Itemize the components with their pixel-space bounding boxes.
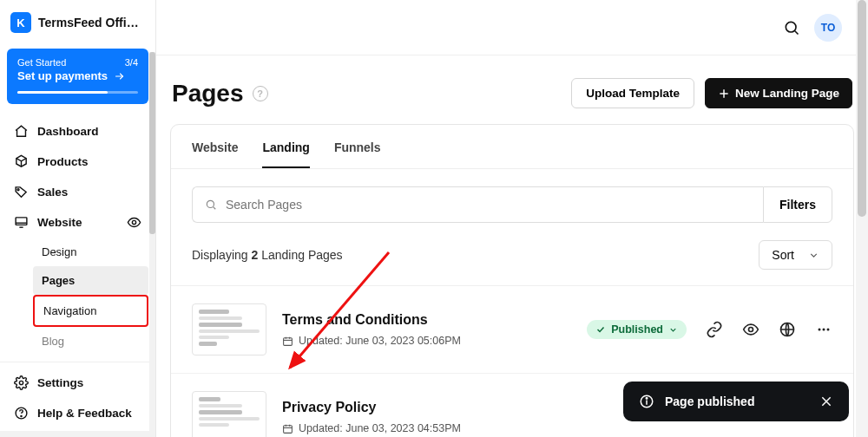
sidebar-scrollbar[interactable] <box>149 52 155 437</box>
subnav-item-pages[interactable]: Pages <box>33 266 148 295</box>
brand[interactable]: K TermsFeed Office... <box>0 0 155 45</box>
help-icon <box>14 406 29 421</box>
page-header: Pages ? Upload Template New Landing Page <box>170 73 854 124</box>
primary-nav: Dashboard Products Sales Website Design … <box>0 113 155 359</box>
sidebar-item-products[interactable]: Products <box>7 147 148 177</box>
sidebar-footer: Settings Help & Feedback <box>0 362 155 437</box>
sidebar-item-label: Settings <box>37 376 83 389</box>
svg-rect-15 <box>284 337 293 345</box>
sort-button[interactable]: Sort <box>759 240 832 270</box>
main: TO Pages ? Upload Template New Landing P… <box>156 0 868 437</box>
svg-rect-24 <box>284 425 293 433</box>
brand-name: TermsFeed Office... <box>38 16 145 29</box>
sidebar-item-dashboard[interactable]: Dashboard <box>7 116 148 147</box>
toast-text: Page published <box>665 395 754 408</box>
page-title: Terms and Conditions <box>282 312 571 328</box>
subnav-item-navigation[interactable]: Navigation <box>33 295 148 327</box>
toast: Page published <box>623 382 849 421</box>
help-tooltip-icon[interactable]: ? <box>253 86 268 101</box>
sidebar-item-label: Website <box>37 216 82 229</box>
sidebar-item-website[interactable]: Website <box>7 207 148 238</box>
svg-point-9 <box>786 22 796 32</box>
svg-point-31 <box>646 398 648 400</box>
topbar: TO <box>156 0 868 55</box>
page-thumbnail <box>192 303 266 355</box>
filters-button[interactable]: Filters <box>763 186 832 223</box>
tab-funnels[interactable]: Funnels <box>334 140 381 168</box>
svg-point-19 <box>749 328 753 332</box>
button-label: Sort <box>772 248 794 262</box>
tab-landing[interactable]: Landing <box>262 140 309 168</box>
sidebar-item-label: Sales <box>37 186 68 199</box>
svg-point-22 <box>823 329 825 331</box>
sidebar: K TermsFeed Office... Get Started 3/4 Se… <box>0 0 156 437</box>
svg-point-6 <box>19 381 23 384</box>
get-started-progress: 3/4 <box>125 57 138 68</box>
link-icon[interactable] <box>706 321 723 338</box>
sidebar-item-label: Dashboard <box>37 125 99 138</box>
plus-icon <box>718 88 730 100</box>
svg-point-21 <box>819 329 821 331</box>
svg-rect-2 <box>16 218 27 225</box>
page-updated: Updated: June 03, 2023 04:53PM <box>299 422 461 434</box>
page-thumbnail <box>192 391 266 437</box>
sidebar-item-label: Pages <box>42 274 75 287</box>
subnav-item-design[interactable]: Design <box>33 238 148 266</box>
sidebar-item-label: Design <box>42 245 76 258</box>
svg-point-1 <box>17 189 19 191</box>
get-started-progress-bar <box>17 91 138 94</box>
brand-logo-icon: K <box>10 12 31 33</box>
cube-icon <box>14 154 29 169</box>
gear-icon <box>14 375 29 390</box>
status-label: Published <box>611 323 663 336</box>
tab-website[interactable]: Website <box>192 140 238 168</box>
arrow-right-icon <box>113 71 127 82</box>
avatar[interactable]: TO <box>814 14 842 42</box>
search-icon <box>205 199 217 211</box>
page-updated: Updated: June 03, 2023 05:06PM <box>299 335 461 347</box>
monitor-icon <box>14 215 29 230</box>
sidebar-item-label: Navigation <box>43 304 96 317</box>
svg-line-14 <box>214 207 216 210</box>
chevron-down-icon <box>808 250 819 261</box>
button-label: New Landing Page <box>735 87 839 100</box>
get-started-card[interactable]: Get Started 3/4 Set up payments <box>7 49 148 104</box>
svg-point-8 <box>21 415 22 416</box>
svg-point-5 <box>132 220 135 224</box>
search-box[interactable] <box>192 186 763 223</box>
sidebar-item-settings[interactable]: Settings <box>7 368 148 398</box>
chevron-down-icon <box>668 325 678 335</box>
website-subnav: Design Pages Navigation Blog <box>7 238 148 355</box>
search-icon[interactable] <box>783 19 800 36</box>
more-icon[interactable] <box>815 321 832 338</box>
status-badge[interactable]: Published <box>587 320 687 339</box>
check-icon <box>595 324 606 335</box>
search-input[interactable] <box>226 198 751 212</box>
sidebar-item-label: Help & Feedback <box>37 407 132 420</box>
upload-template-button[interactable]: Upload Template <box>571 78 694 108</box>
sidebar-item-label: Blog <box>42 335 64 348</box>
sidebar-hscrollbar[interactable] <box>0 431 149 437</box>
eye-icon[interactable] <box>742 321 760 338</box>
new-landing-page-button[interactable]: New Landing Page <box>705 78 852 108</box>
sidebar-item-label: Products <box>37 155 89 168</box>
tag-icon <box>14 185 29 199</box>
info-icon <box>639 394 654 409</box>
home-icon <box>14 124 29 139</box>
tabs: Website Landing Funnels <box>171 125 853 169</box>
sidebar-item-help[interactable]: Help & Feedback <box>7 398 148 428</box>
calendar-icon <box>282 336 293 347</box>
calendar-icon <box>282 423 293 434</box>
result-count: Displaying 2 Landing Pages <box>192 248 343 262</box>
get-started-label: Get Started <box>17 57 66 68</box>
globe-icon[interactable] <box>779 321 796 338</box>
get-started-cta: Set up payments <box>17 69 108 82</box>
sidebar-item-sales[interactable]: Sales <box>7 177 148 207</box>
list-item[interactable]: Terms and Conditions Updated: June 03, 2… <box>171 286 853 374</box>
svg-line-10 <box>795 30 799 34</box>
main-scrollbar[interactable] <box>856 0 868 437</box>
eye-icon[interactable] <box>127 215 141 230</box>
svg-point-13 <box>207 200 214 207</box>
close-icon[interactable] <box>819 395 833 408</box>
subnav-item-blog[interactable]: Blog <box>33 327 148 355</box>
